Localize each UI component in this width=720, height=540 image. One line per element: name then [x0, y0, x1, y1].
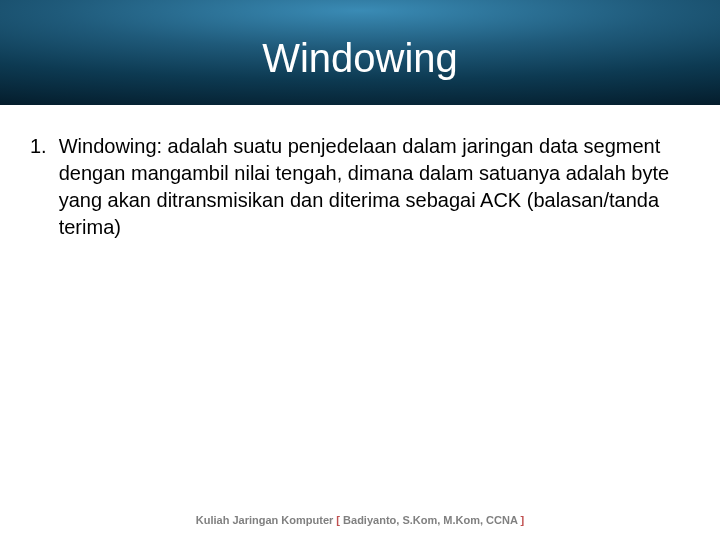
slide-content: 1. Windowing: adalah suatu penjedelaan d…: [0, 105, 720, 241]
footer-prefix: Kuliah Jaringan Komputer: [196, 514, 337, 526]
slide-header: Windowing: [0, 0, 720, 105]
footer-author: Badiyanto, S.Kom, M.Kom, CCNA: [343, 514, 517, 526]
list-text: Windowing: adalah suatu penjedelaan dala…: [59, 133, 690, 241]
list-number: 1.: [30, 133, 47, 160]
footer-bracket-close: ]: [517, 514, 524, 526]
footer-text: Kuliah Jaringan Komputer [ Badiyanto, S.…: [196, 514, 524, 526]
slide-title: Windowing: [262, 36, 458, 81]
list-item: 1. Windowing: adalah suatu penjedelaan d…: [30, 133, 690, 241]
slide-footer: Kuliah Jaringan Komputer [ Badiyanto, S.…: [0, 510, 720, 528]
